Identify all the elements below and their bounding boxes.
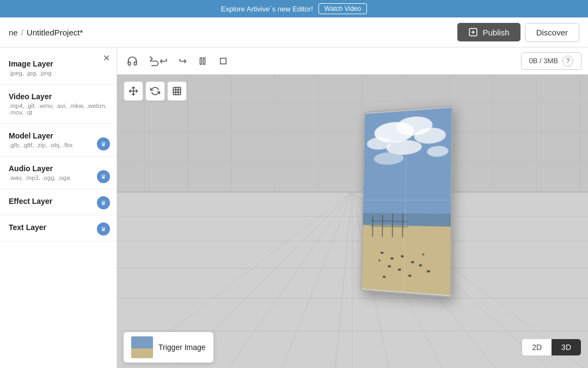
layer-title-image: Image Layer xyxy=(9,59,108,68)
sidebar: ✕ Image Layer .jpeg, .jpg, .png Video La… xyxy=(0,47,117,368)
svg-rect-1 xyxy=(200,58,202,64)
pause-icon xyxy=(198,56,207,66)
undo-button[interactable]: ↩ xyxy=(145,53,171,69)
svg-rect-2 xyxy=(204,58,205,64)
canvas-area: ↩ ↪ 0B / 3MB ? xyxy=(117,47,588,368)
layer-exts-model: .glb, .gltf, .zip, .obj, .fbx xyxy=(9,142,108,148)
storage-label: 0B / 3MB xyxy=(529,57,558,65)
pause-button[interactable] xyxy=(194,54,211,68)
publish-icon xyxy=(468,27,478,37)
canvas-toolbar: ↩ ↪ 0B / 3MB ? xyxy=(117,47,588,75)
view-toggle: 2D 3D xyxy=(522,339,581,356)
project-name: UntitledProject* xyxy=(27,28,83,37)
header-breadcrumb: ne / UntitledProject* xyxy=(9,28,83,37)
banner-text: Explore Artivive`s new Editor! xyxy=(221,5,313,13)
layer-item-video[interactable]: Video Layer .mp4, .gif, .wmv, .avi, .mkw… xyxy=(0,85,117,124)
trigger-thumbnail xyxy=(131,336,153,358)
header-actions: Publish Discover xyxy=(457,23,579,42)
svg-rect-77 xyxy=(131,348,153,358)
storage-badge: 0B / 3MB ? xyxy=(521,52,581,70)
view-2d-button[interactable]: 2D xyxy=(522,339,552,355)
3d-image-card[interactable] xyxy=(360,105,452,298)
layer-exts-audio: .wav, .mp3, .ogg, .oga xyxy=(9,174,108,181)
publish-label: Publish xyxy=(482,28,509,37)
main-layout: ✕ Image Layer .jpeg, .jpg, .png Video La… xyxy=(0,47,588,368)
headphones-icon xyxy=(127,56,138,67)
layer-item-audio[interactable]: Audio Layer .wav, .mp3, .ogg, .oga ♛ xyxy=(0,156,117,189)
svg-line-61 xyxy=(382,215,383,237)
layer-item-image[interactable]: Image Layer .jpeg, .jpg, .png xyxy=(0,52,117,85)
toolbar-left: ↩ ↪ xyxy=(124,53,231,69)
layer-title-model: Model Layer xyxy=(9,131,108,140)
move-icon xyxy=(128,86,138,96)
headphones-button[interactable] xyxy=(124,53,141,69)
rotate-button[interactable] xyxy=(145,81,165,101)
transform-toolbar xyxy=(124,81,187,101)
layer-item-effect[interactable]: Effect Layer ♛ xyxy=(0,189,117,215)
trigger-label: Trigger Image xyxy=(158,343,206,352)
layer-title-video: Video Layer xyxy=(9,92,108,101)
svg-rect-70 xyxy=(173,87,181,95)
bottom-bar: Trigger Image 2D 3D xyxy=(124,332,581,363)
svg-line-62 xyxy=(393,214,393,237)
layer-item-text[interactable]: Text Layer ♛ xyxy=(0,215,117,242)
top-banner: Explore Artivive`s new Editor! Watch Vid… xyxy=(0,0,588,17)
canvas-3d[interactable]: Trigger Image 2D 3D xyxy=(117,75,588,368)
scale-button[interactable] xyxy=(167,81,187,101)
svg-line-63 xyxy=(402,213,403,237)
layer-title-text: Text Layer xyxy=(9,223,108,232)
audio-crown-icon: ♛ xyxy=(97,170,110,183)
svg-rect-47 xyxy=(362,225,450,295)
svg-rect-76 xyxy=(131,336,153,348)
layer-item-model[interactable]: Model Layer .glb, .gltf, .zip, .obj, .fb… xyxy=(0,124,117,156)
trigger-thumb-svg xyxy=(131,336,153,358)
trigger-image-box[interactable]: Trigger Image xyxy=(124,332,213,363)
stop-button[interactable] xyxy=(215,54,231,68)
layer-title-effect: Effect Layer xyxy=(9,197,108,206)
breadcrumb-separator: / xyxy=(21,28,23,37)
help-button[interactable]: ? xyxy=(562,56,573,67)
watch-video-button[interactable]: Watch Video xyxy=(318,3,367,14)
undo-icon xyxy=(149,56,160,67)
text-crown-icon: ♛ xyxy=(97,222,110,236)
main-header: ne / UntitledProject* Publish Discover xyxy=(0,17,588,47)
scale-icon xyxy=(172,86,182,96)
view-3d-button[interactable]: 3D xyxy=(552,339,581,355)
layer-title-audio: Audio Layer xyxy=(9,164,108,173)
svg-rect-3 xyxy=(220,58,226,64)
effect-crown-icon: ♛ xyxy=(97,196,110,209)
redo-button[interactable]: ↪ xyxy=(175,53,190,69)
grid-floor xyxy=(117,75,588,368)
layer-exts-image: .jpeg, .jpg, .png xyxy=(9,70,108,76)
stop-icon xyxy=(218,56,228,66)
publish-button[interactable]: Publish xyxy=(457,23,520,41)
model-crown-icon: ♛ xyxy=(97,137,110,150)
rotate-icon xyxy=(150,86,160,96)
discover-button[interactable]: Discover xyxy=(525,23,579,42)
layer-exts-video: .mp4, .gif, .wmv, .avi, .mkw, .webm,.mov… xyxy=(9,102,108,116)
toolbar-right: 0B / 3MB ? xyxy=(521,52,581,70)
3d-image-svg xyxy=(362,107,451,297)
home-link[interactable]: ne xyxy=(9,28,18,37)
move-button[interactable] xyxy=(124,81,143,101)
